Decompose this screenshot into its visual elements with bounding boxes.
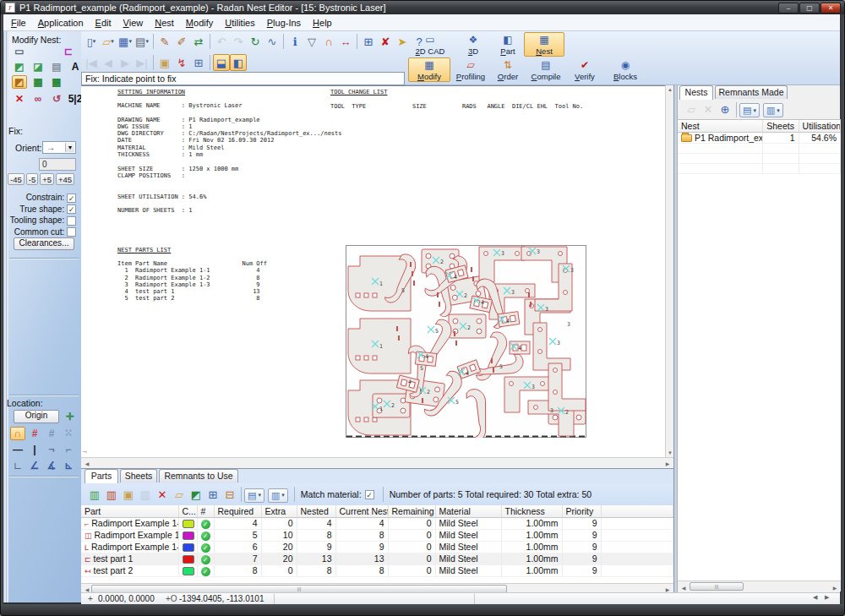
vertical-line-icon[interactable]: | — [27, 443, 42, 456]
nest-drawing[interactable]: 111222222333333333444444455555 — [346, 245, 586, 438]
part-table-icon[interactable]: ⊞ — [204, 486, 221, 503]
menu-view[interactable]: View — [117, 15, 150, 28]
match-material-checkbox[interactable]: ✓ — [365, 490, 374, 499]
col-material[interactable]: Material — [435, 505, 501, 517]
menu-help[interactable]: Help — [307, 15, 338, 28]
col-utilisation[interactable]: Utilisation — [799, 120, 840, 132]
user-delete-icon[interactable]: ✘ — [377, 33, 394, 50]
col-nested[interactable]: Nested — [297, 505, 335, 517]
main-canvas[interactable]: SETTING INFORMATION MACHINE NAME : Bystr… — [81, 85, 665, 457]
scroll-left-icon[interactable]: ◀ — [679, 585, 688, 591]
menu-modify[interactable]: Modify — [180, 15, 219, 28]
part-button[interactable]: ◧Part — [493, 32, 522, 57]
split-vertical-icon[interactable]: ◧ — [230, 54, 247, 71]
orient-dropdown[interactable]: → ▼ — [42, 141, 76, 154]
col-nest[interactable]: Nest — [678, 120, 763, 132]
parts-table[interactable]: PartC...#RequiredExtraNestedCurrent Nest… — [81, 505, 673, 583]
col-required[interactable]: Required — [214, 505, 261, 517]
refresh-icon[interactable]: ↻ — [247, 33, 264, 50]
nests-table-scrollbar[interactable]: ◀ ||| ▶ — [678, 581, 841, 591]
scroll-left-icon[interactable]: ◀ — [83, 586, 91, 592]
menu-nest[interactable]: Nest — [149, 15, 180, 28]
close-button[interactable]: ✕ — [820, 3, 841, 14]
maximize-button[interactable]: ▢ — [799, 3, 820, 14]
angle-ref-icon[interactable]: ⊾ — [61, 459, 76, 472]
rotate-5-button[interactable]: -5 — [26, 173, 38, 185]
interactive-nest-icon[interactable]: ◩ — [12, 75, 27, 89]
fine-grid-icon[interactable]: # — [44, 427, 59, 440]
first-sheet-icon[interactable]: |◀ — [83, 54, 100, 71]
table-row[interactable]: ⌐Radimport Example 1-1✓40440Mild Steel1.… — [81, 517, 673, 529]
edit-pick-icon[interactable]: ✐ — [173, 33, 190, 50]
report-icon[interactable]: ▤ — [49, 60, 64, 74]
title-bar[interactable]: r P1 Radimport_example (Radimport_exampl… — [1, 1, 845, 14]
preview-box-icon[interactable]: ▭ — [12, 45, 27, 58]
snap-magnet-icon[interactable]: ∩ — [10, 427, 25, 440]
h-extents-icon[interactable]: ¬ — [44, 443, 59, 456]
delete-icon[interactable]: ✕ — [12, 92, 27, 106]
tab-parts[interactable]: Parts — [84, 469, 118, 483]
col-c[interactable]: C... — [178, 505, 197, 517]
true-shape-checkbox[interactable]: ✓ — [67, 204, 76, 214]
col-extra[interactable]: Extra — [261, 505, 297, 517]
2d-cad-button[interactable]: ▭2D CAD — [407, 32, 453, 57]
open-icon[interactable]: ▱▾ — [100, 33, 117, 50]
scroll-right-icon[interactable]: ▶ — [663, 461, 672, 466]
col-part[interactable]: Part — [81, 505, 178, 517]
menu-edit[interactable]: Edit — [90, 15, 117, 28]
nodes-icon[interactable]: ∿ — [264, 33, 281, 50]
grid-icon[interactable]: # — [27, 427, 42, 440]
col-[interactable]: # — [197, 505, 214, 517]
menu-application[interactable]: Application — [32, 15, 90, 28]
open-nest-icon[interactable]: ▱ — [683, 101, 700, 118]
remove-part-icon[interactable]: ✕ — [154, 486, 171, 503]
status-scroll-left-icon[interactable]: ◀ — [813, 594, 817, 601]
measure-icon[interactable]: ↔ — [337, 33, 354, 50]
table-row[interactable]: P1 Radimport_exa...154.6% — [678, 132, 841, 143]
axes-icon[interactable]: ∟ — [10, 459, 25, 472]
profiling-button[interactable]: ▱Profiling — [452, 57, 489, 82]
nests-table[interactable]: NestSheetsUtilisationP1 Radimport_exa...… — [678, 119, 841, 581]
print-icon[interactable]: ▤▾ — [134, 33, 150, 50]
next-sheet-icon[interactable]: ▶ — [117, 54, 134, 71]
split-horizontal-icon[interactable]: ⬓ — [213, 54, 230, 71]
canvas-vertical-scrollbar[interactable]: ▲ ▼ — [665, 85, 673, 457]
verify-button[interactable]: ✔Verify — [567, 57, 602, 82]
blocks-button[interactable]: ◉Blocks — [604, 57, 646, 82]
swap-sheet-icon[interactable]: ⇄ — [190, 33, 207, 50]
open-part-icon[interactable]: ▱ — [171, 486, 188, 503]
order-button[interactable]: ⇅Order — [491, 57, 525, 82]
table-row[interactable]: ↤test part 2✓80880Mild Steel1.00mm9 — [81, 564, 673, 576]
col-remaining[interactable]: Remaining — [388, 505, 435, 517]
modify-button[interactable]: ▦Modify — [408, 57, 450, 82]
parts-thumbnail-view-button[interactable]: ▤▾ — [244, 488, 264, 503]
sheet-grid-icon[interactable]: ⊞ — [190, 54, 207, 71]
nest-button[interactable]: ▦Nest — [524, 32, 564, 57]
select-part-icon[interactable]: ◪ — [30, 60, 46, 74]
snap-magnet-icon[interactable]: ∩ — [320, 33, 337, 50]
rotate-5-button[interactable]: +5 — [40, 173, 54, 185]
col-sheets[interactable]: Sheets — [763, 120, 799, 132]
panel-grip[interactable] — [3, 31, 8, 602]
locate-nest-icon[interactable]: ⊕ — [717, 101, 733, 118]
undo-icon[interactable]: ↶ — [213, 33, 230, 50]
nests-detail-view-button[interactable]: ▥▾ — [763, 103, 783, 117]
simulate-icon[interactable]: ↯ — [173, 54, 190, 71]
exit-icon[interactable]: ⊏ — [61, 45, 76, 58]
info-icon[interactable]: ℹ — [286, 33, 303, 50]
constrain-checkbox[interactable]: ✓ — [67, 194, 76, 203]
scrollbar-thumb[interactable]: ||| — [690, 582, 744, 591]
redo-icon[interactable]: ↷ — [230, 33, 247, 50]
status-scroll-right-icon[interactable]: ▶ — [825, 594, 829, 601]
table-row[interactable]: ⊏test part 1✓72013130Mild Steel1.00mm9 — [81, 553, 673, 564]
menu-plug-ins[interactable]: Plug-Ins — [261, 15, 307, 28]
new-part-icon[interactable]: ▥ — [86, 486, 103, 503]
delete-nest-icon[interactable]: ✕ — [700, 101, 717, 118]
new-icon[interactable]: ▯▾ — [83, 33, 100, 50]
menu-utilities[interactable]: Utilities — [219, 15, 260, 28]
array-nest-icon[interactable]: ▦ — [30, 75, 46, 89]
preview-icon[interactable]: ▣ — [156, 54, 173, 71]
text-icon[interactable]: A — [68, 60, 83, 74]
chain-icon[interactable]: ∞ — [30, 92, 46, 106]
v-extents-icon[interactable]: ⌐ — [61, 443, 76, 456]
